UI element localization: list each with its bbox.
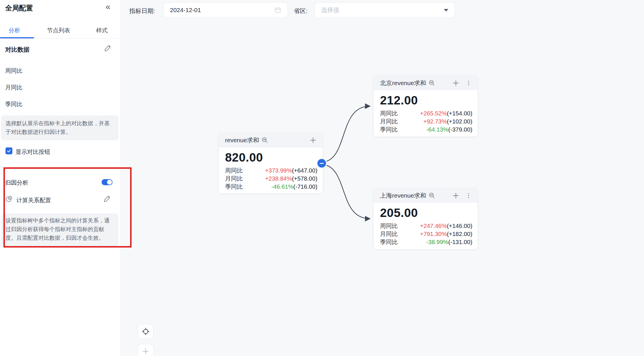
card-body: 212.00 周同比 +265.52%(+154.00) 月同比 +92.73%… — [374, 90, 478, 134]
collapse-sidebar-icon[interactable]: « — [106, 2, 111, 12]
tab-analysis[interactable]: 分析 — [9, 27, 20, 34]
metric-card-root[interactable]: revenue求和 820.00 周同比 +373.99%(+647.00) 月… — [219, 133, 323, 193]
card-header: revenue求和 — [219, 133, 323, 147]
card-title: revenue求和 — [225, 136, 259, 144]
region-select[interactable]: 选择值 — [314, 2, 455, 18]
attribution-heading: 归因分析 — [5, 179, 28, 187]
pie-chart-icon — [5, 195, 13, 203]
compare-item-qoq[interactable]: 季同比 — [5, 100, 23, 108]
compare-row: 周同比 +265.52%(+154.00) — [380, 109, 472, 117]
metric-value: 820.00 — [225, 151, 317, 164]
sidebar-title: 全局配置 — [5, 3, 33, 13]
toggle-knob — [107, 180, 112, 185]
kebab-menu-icon[interactable] — [465, 192, 472, 199]
compare-row: 周同比 +247.46%(+146.00) — [380, 222, 472, 230]
tab-row-border — [0, 38, 121, 39]
card-header: 北京revenue求和 — [374, 76, 478, 90]
metric-card-shanghai[interactable]: 上海revenue求和 205.00 周同比 +247.46%(+146.00) — [374, 188, 478, 249]
date-picker-input[interactable]: 2024-12-01 — [163, 2, 288, 18]
region-placeholder: 选择值 — [321, 6, 444, 14]
compare-note: 选择默认展示在指标卡上的对比数据，并基于对比数据进行归因计算。 — [1, 115, 118, 140]
card-body: 205.00 周同比 +247.46%(+146.00) 月同比 +791.30… — [374, 203, 478, 246]
section-divider — [0, 170, 121, 170]
metric-value: 212.00 — [380, 93, 472, 107]
chevron-down-icon — [444, 9, 448, 12]
app-window: 全局配置 « 分析 节点列表 样式 对比数据 周同比 月同比 季同比 选择默认展… — [0, 0, 644, 356]
plus-icon — [142, 347, 150, 355]
add-child-icon[interactable] — [309, 136, 317, 144]
check-icon — [7, 149, 11, 153]
add-child-icon[interactable] — [452, 192, 460, 199]
kebab-menu-icon[interactable] — [465, 80, 472, 86]
edge-root-shanghai — [327, 165, 370, 219]
card-body: 820.00 周同比 +373.99%(+647.00) 月同比 +238.84… — [219, 147, 323, 191]
crosshair-icon — [141, 327, 150, 336]
compare-data-heading: 对比数据 — [5, 46, 29, 54]
compare-row: 季同比 -64.13%(-379.00) — [380, 125, 472, 134]
edge-root-beijing — [327, 106, 370, 161]
show-compare-checkbox[interactable] — [5, 147, 12, 154]
region-filter-label: 省区: — [294, 7, 308, 15]
tab-style[interactable]: 样式 — [96, 27, 108, 34]
compare-row: 周同比 +373.99%(+647.00) — [225, 166, 317, 175]
compare-row: 月同比 +92.73%(+102.00) — [380, 117, 472, 125]
show-compare-label: 显示对比按钮 — [16, 148, 50, 156]
compare-item-mom[interactable]: 月同比 — [5, 84, 23, 91]
compare-row: 月同比 +791.30%(+182.00) — [380, 230, 472, 238]
compare-row: 月同比 +238.84%(+578.00) — [225, 175, 317, 183]
trend-magnifier-icon[interactable] — [261, 137, 268, 144]
attribution-toggle[interactable] — [102, 179, 113, 185]
edit-compare-icon[interactable] — [104, 44, 111, 52]
locate-button[interactable] — [138, 324, 153, 339]
calc-relation-config-label[interactable]: 计算关系配置 — [16, 196, 51, 204]
minus-icon — [320, 163, 324, 164]
date-filter-label: 指标日期: — [129, 7, 155, 15]
date-value: 2024-12-01 — [170, 7, 274, 14]
metric-value: 205.00 — [380, 206, 472, 220]
collapse-children-button[interactable] — [317, 159, 326, 168]
tab-node-list[interactable]: 节点列表 — [47, 27, 70, 34]
edit-calc-relation-icon[interactable] — [103, 195, 111, 203]
calendar-icon — [274, 7, 281, 14]
trend-magnifier-icon[interactable] — [428, 80, 435, 87]
zoom-in-button[interactable] — [138, 344, 153, 356]
compare-item-wow[interactable]: 周同比 — [5, 67, 23, 75]
global-config-sidebar: 全局配置 « 分析 节点列表 样式 对比数据 周同比 月同比 季同比 选择默认展… — [0, 0, 121, 356]
compare-row: 季同比 -38.99%(-131.00) — [380, 238, 472, 246]
compare-row: 季同比 -46.61%(-716.00) — [225, 183, 317, 191]
attribution-note: 设置指标树中多个指标之间的计算关系，通过归因分析获得每个指标对主指标的贡献度。且… — [1, 213, 118, 246]
metric-card-beijing[interactable]: 北京revenue求和 212.00 周同比 +265.52%(+154.00) — [374, 76, 478, 136]
card-header: 上海revenue求和 — [374, 188, 478, 203]
add-child-icon[interactable] — [452, 79, 460, 87]
card-title: 北京revenue求和 — [380, 79, 426, 87]
trend-magnifier-icon[interactable] — [428, 192, 435, 199]
card-title: 上海revenue求和 — [380, 192, 426, 200]
